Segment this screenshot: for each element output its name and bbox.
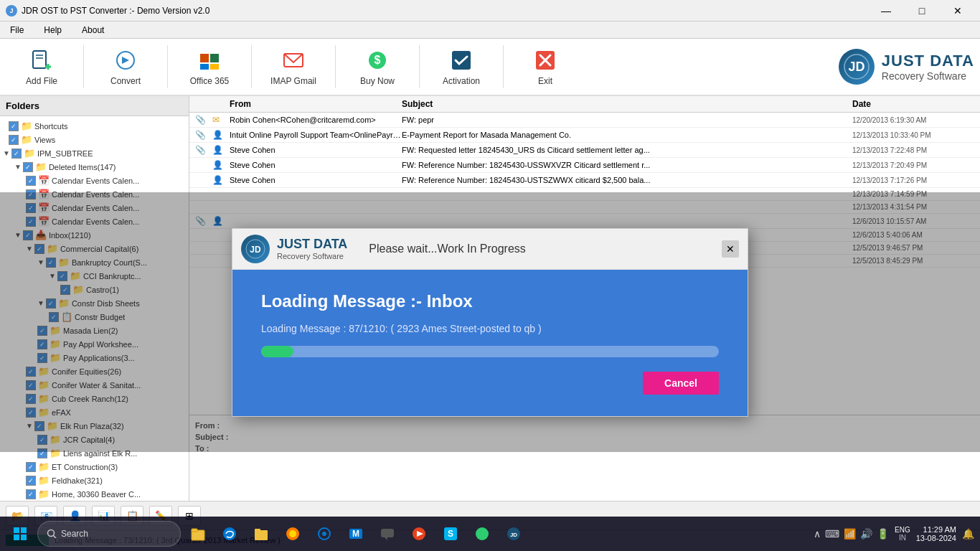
minimize-button[interactable]: —	[870, 0, 903, 22]
svg-rect-28	[192, 529, 197, 532]
svg-point-29	[223, 527, 236, 540]
office365-button[interactable]: Office 365	[174, 41, 245, 93]
svg-point-44	[476, 527, 489, 540]
email-date: 12/13/2013 7:22:48 PM	[852, 146, 974, 154]
check-icon[interactable]	[9, 135, 19, 145]
modal-logo-sub: Recovery Software	[277, 252, 347, 260]
check-icon[interactable]	[9, 121, 19, 131]
taskbar-app-outlook[interactable]: M	[341, 519, 370, 548]
tray-up-arrow[interactable]: ∧	[814, 528, 821, 540]
taskbar-app-edge[interactable]	[215, 519, 244, 548]
exit-button[interactable]: Exit	[509, 41, 581, 93]
sidebar-item-feldhake[interactable]: 📁 Feldhake(321)	[0, 474, 189, 487]
close-button[interactable]: ✕	[941, 0, 974, 22]
taskbar-app-folder2[interactable]	[247, 519, 275, 548]
activation-button[interactable]: Activation	[425, 41, 497, 93]
add-file-button[interactable]: Add File	[6, 41, 77, 93]
add-file-label: Add File	[26, 76, 57, 86]
menu-help[interactable]: Help	[39, 24, 66, 37]
lang-text: ENG	[895, 526, 910, 534]
svg-rect-23	[14, 534, 19, 540]
svg-text:$: $	[374, 54, 381, 66]
taskbar-app-firefox[interactable]	[278, 519, 307, 548]
email-row-4[interactable]: 👤 Steve Cohen FW: Reference Number: 1824…	[189, 158, 980, 173]
check-icon[interactable]	[23, 162, 33, 172]
convert-button[interactable]: Convert	[90, 41, 161, 93]
toolbar-separator-2	[167, 45, 168, 88]
taskbar-app-file-explorer[interactable]	[184, 519, 212, 548]
type-icon: 👤	[212, 130, 230, 140]
start-button[interactable]	[6, 519, 34, 548]
email-from: Robin Cohen<RCohen@critcaremd.com>	[230, 116, 402, 124]
toolbar-separator-4	[335, 45, 336, 88]
email-date: 12/13/2013 10:33:40 PM	[852, 131, 974, 139]
email-from: Steve Cohen	[230, 146, 402, 154]
convert-label: Convert	[110, 76, 141, 86]
check-icon[interactable]	[11, 149, 22, 159]
sidebar-item-cal1[interactable]: 📅 Calendar Events Calen...	[0, 174, 189, 187]
svg-text:S: S	[448, 529, 453, 539]
cancel-button[interactable]: Cancel	[643, 372, 719, 395]
email-row-3[interactable]: 📎 👤 Steve Cohen FW: Requested letter 182…	[189, 143, 980, 158]
taskbar-app-green[interactable]	[468, 519, 496, 548]
svg-rect-9	[210, 64, 219, 70]
office365-icon	[197, 47, 222, 73]
email-subject: FW: Reference Number: 18245430-USTSZWWX …	[402, 176, 852, 184]
svg-rect-7	[210, 54, 219, 62]
sidebar-item-shortcuts[interactable]: 📁 Shortcuts	[0, 119, 189, 133]
notification-bell-icon[interactable]: 🔔	[962, 528, 974, 540]
clock-time: 11:29 AM	[923, 525, 956, 534]
menu-file[interactable]: File	[6, 24, 28, 37]
header-attach	[195, 99, 212, 109]
toolbar: Add File Convert Office 365 IMAP Gmail $…	[0, 39, 980, 96]
maximize-button[interactable]: □	[905, 0, 938, 22]
logo-sub-text: Recovery Software	[882, 70, 974, 82]
modal-cancel-row: Cancel	[261, 372, 719, 395]
svg-rect-6	[200, 54, 209, 62]
language-indicator: ENG IN	[895, 526, 910, 542]
logo-text: JUST DATA Recovery Software	[882, 52, 974, 82]
email-row-2[interactable]: 📎 👤 Intuit Online Payroll Support Team<O…	[189, 128, 980, 143]
modal-close-button[interactable]: ✕	[722, 240, 739, 258]
email-row-5[interactable]: 👤 Steve Cohen FW: Reference Number: 1824…	[189, 173, 980, 188]
check-icon[interactable]	[26, 176, 36, 186]
check-icon[interactable]	[26, 489, 36, 499]
svg-rect-22	[21, 527, 27, 533]
tray-network-icon: 📶	[844, 528, 856, 540]
type-icon: ✉	[212, 115, 230, 125]
imap-gmail-label: IMAP Gmail	[270, 76, 316, 86]
email-row-1[interactable]: 📎 ✉ Robin Cohen<RCohen@critcaremd.com> F…	[189, 113, 980, 128]
modal-logo-text: JUST DATA Recovery Software	[277, 237, 347, 260]
buy-now-label: Buy Now	[360, 76, 395, 86]
imap-gmail-button[interactable]: IMAP Gmail	[258, 41, 329, 93]
taskbar-app-music[interactable]	[405, 519, 433, 548]
sidebar-item-ipm[interactable]: ▼ 📁 IPM_SUBTREE	[0, 146, 189, 160]
email-from: Steve Cohen	[230, 161, 402, 169]
buy-now-button[interactable]: $ Buy Now	[341, 41, 413, 93]
check-icon[interactable]	[26, 462, 36, 472]
tray-volume-icon: 🔊	[860, 528, 872, 540]
taskbar-app-settings[interactable]	[310, 519, 339, 548]
add-file-icon	[29, 47, 55, 73]
email-from: Intuit Online Payroll Support Team<Onlin…	[230, 131, 402, 139]
sidebar-item-deleted[interactable]: ▼ 📁 Deleted Items(147)	[0, 160, 189, 174]
modal-logo-icon: JD	[241, 235, 270, 263]
check-icon[interactable]	[26, 476, 36, 486]
office365-label: Office 365	[190, 76, 229, 86]
attach-icon: 📎	[195, 145, 212, 155]
taskbar-app-chat[interactable]	[373, 519, 402, 548]
modal-title: Please wait...Work In Progress	[369, 242, 525, 255]
taskbar-search-box[interactable]: Search	[37, 521, 181, 547]
email-subject: FW: pepr	[402, 116, 852, 124]
menu-about[interactable]: About	[77, 24, 108, 37]
sidebar-item-home[interactable]: 📁 Home, 30360 Beaver C...	[0, 487, 189, 501]
email-date: 12/13/2013 7:17:26 PM	[852, 176, 974, 184]
taskbar-app-store[interactable]: S	[436, 519, 465, 548]
taskbar-app-jdr[interactable]: JD	[499, 519, 528, 548]
app-icon: J	[6, 5, 17, 17]
sidebar-item-views[interactable]: 📁 Views	[0, 133, 189, 146]
sidebar-item-et-construction[interactable]: 📁 ET Construction(3)	[0, 460, 189, 474]
svg-point-35	[322, 532, 326, 536]
exit-label: Exit	[538, 76, 552, 86]
system-clock: 11:29 AM 13-08-2024	[916, 525, 956, 542]
